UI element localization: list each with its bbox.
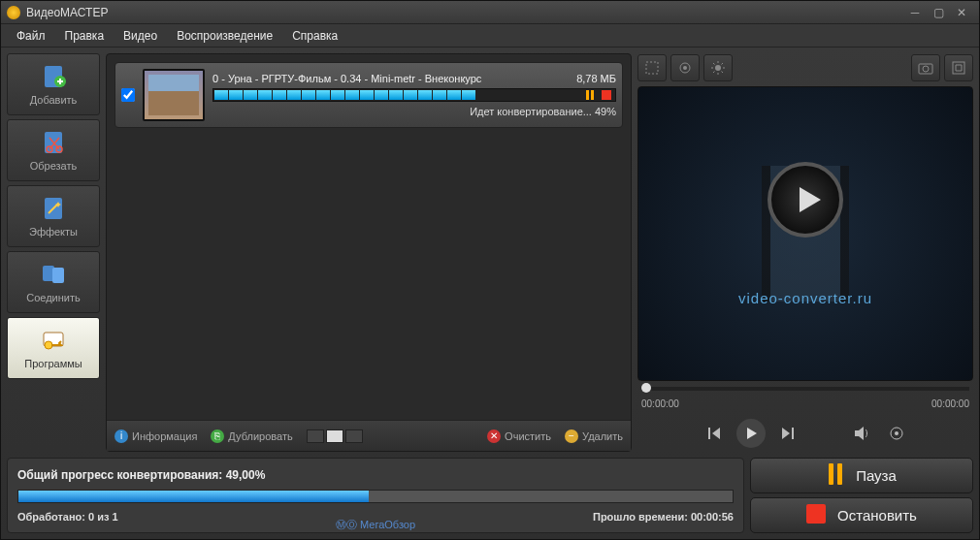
rotate-button[interactable]	[670, 54, 700, 81]
maximize-button[interactable]: ▢	[927, 5, 950, 20]
item-size: 8,78 МБ	[576, 73, 616, 84]
titlebar: ВидеоМАСТЕР ─ ▢ ✕	[1, 1, 979, 24]
watermark: ⓂⓄ МегаОбзор	[336, 518, 415, 532]
close-button[interactable]: ✕	[950, 5, 973, 20]
item-info: 0 - Урна - РГРТУ-Фильм - 0.34 - Mini-met…	[212, 73, 616, 117]
join-icon	[40, 261, 67, 288]
fullscreen-button[interactable]	[944, 54, 973, 81]
sidebar-cut-label: Обрезать	[30, 160, 78, 172]
time-current: 00:00:00	[641, 398, 679, 409]
app-title: ВидеоМАСТЕР	[26, 6, 903, 19]
sidebar-add-label: Добавить	[30, 94, 78, 106]
wand-icon	[40, 195, 67, 222]
svg-rect-12	[602, 90, 611, 100]
sidebar-join-label: Соединить	[26, 292, 81, 303]
delete-button[interactable]: −Удалить	[565, 429, 623, 443]
svg-rect-13	[646, 62, 658, 74]
sidebar-cut[interactable]: Обрезать	[7, 119, 100, 181]
item-stop-icon[interactable]	[599, 88, 614, 102]
prev-button[interactable]	[702, 421, 727, 446]
svg-rect-19	[953, 62, 964, 74]
elapsed-text: Прошло времени: 00:00:56	[593, 511, 734, 523]
sidebar-effects[interactable]: Эффекты	[7, 185, 100, 247]
info-button[interactable]: iИнформация	[114, 429, 197, 443]
processed-text: Обработано: 0 из 1	[17, 511, 118, 523]
list-toolbar: iИнформация ⎘Дублировать ✕Очистить −Удал…	[107, 420, 631, 451]
svg-rect-24	[806, 504, 826, 524]
app-icon	[7, 6, 20, 19]
stop-button[interactable]: Остановить	[750, 497, 973, 533]
view-switch[interactable]	[307, 429, 363, 443]
preview-url: video-converter.ru	[738, 290, 872, 306]
menu-edit[interactable]: Правка	[55, 25, 114, 47]
minimize-button[interactable]: ─	[903, 5, 927, 20]
view-list-icon[interactable]	[307, 429, 324, 443]
timeline-track[interactable]	[641, 387, 969, 391]
main-area: Добавить Обрезать Эффекты Соединить Прог…	[1, 48, 979, 458]
item-filename: 0 - Урна - РГРТУ-Фильм - 0.34 - Mini-met…	[212, 73, 481, 84]
snapshot-button[interactable]	[911, 54, 940, 81]
action-buttons: Пауза Остановить	[750, 458, 973, 533]
sidebar-programs-label: Программы	[24, 358, 82, 369]
item-pause-icon[interactable]	[582, 88, 598, 102]
time-total: 00:00:00	[931, 398, 969, 409]
item-checkbox[interactable]	[121, 88, 135, 102]
duplicate-button[interactable]: ⎘Дублировать	[211, 429, 292, 443]
bottom-bar: Общий прогресс конвертирования: 49,00% О…	[1, 458, 979, 539]
sidebar-add[interactable]: Добавить	[7, 53, 100, 115]
duplicate-icon: ⎘	[211, 429, 224, 443]
file-list: 0 - Урна - РГРТУ-Фильм - 0.34 - Mini-met…	[107, 54, 631, 420]
preview-toolbar	[637, 53, 973, 82]
pause-label: Пауза	[856, 467, 897, 484]
info-icon: i	[114, 429, 128, 443]
timeline-knob[interactable]	[641, 383, 651, 393]
pause-button[interactable]: Пауза	[750, 458, 973, 493]
view-grid-icon[interactable]	[345, 429, 363, 443]
app-window: ВидеоМАСТЕР ─ ▢ ✕ Файл Правка Видео Восп…	[0, 0, 980, 540]
crop-button[interactable]	[637, 54, 667, 81]
pause-icon	[827, 463, 844, 488]
key-icon	[40, 327, 67, 354]
scissors-icon	[40, 129, 67, 156]
clear-button[interactable]: ✕Очистить	[487, 429, 551, 443]
brightness-button[interactable]	[703, 54, 733, 81]
svg-point-15	[683, 66, 687, 70]
menu-playback[interactable]: Воспроизведение	[167, 25, 282, 47]
delete-icon: −	[565, 429, 578, 443]
progress-panel: Общий прогресс конвертирования: 49,00% О…	[7, 458, 744, 533]
clear-icon: ✕	[487, 429, 501, 443]
player-controls	[637, 415, 973, 452]
svg-rect-10	[586, 90, 589, 100]
sidebar-programs[interactable]: Программы	[7, 317, 100, 379]
svg-rect-23	[837, 463, 842, 485]
file-list-panel: 0 - Урна - РГРТУ-Фильм - 0.34 - Mini-met…	[106, 53, 632, 452]
svg-point-21	[895, 431, 898, 435]
settings-button[interactable]	[884, 421, 909, 446]
menubar: Файл Правка Видео Воспроизведение Справк…	[1, 24, 979, 48]
svg-point-9	[45, 341, 52, 349]
svg-rect-11	[591, 90, 594, 100]
add-icon	[40, 63, 67, 90]
play-big-icon	[768, 162, 843, 238]
view-toggle-icon[interactable]	[326, 429, 343, 443]
timeline	[637, 385, 973, 393]
menu-file[interactable]: Файл	[7, 25, 55, 47]
video-preview[interactable]: video-converter.ru	[637, 86, 973, 381]
preview-panel: video-converter.ru 00:00:00 00:00:00	[637, 53, 973, 452]
sidebar-effects-label: Эффекты	[29, 226, 78, 238]
item-progress	[212, 88, 616, 102]
sidebar: Добавить Обрезать Эффекты Соединить Прог…	[7, 53, 100, 452]
item-status: Идет конвертирование... 49%	[212, 106, 616, 117]
progress-label: Общий прогресс конвертирования: 49,00%	[17, 468, 734, 482]
next-button[interactable]	[775, 421, 800, 446]
list-item[interactable]: 0 - Урна - РГРТУ-Фильм - 0.34 - Mini-met…	[114, 62, 623, 128]
item-thumbnail	[143, 69, 205, 121]
volume-button[interactable]	[849, 421, 874, 446]
overall-progress	[17, 490, 734, 503]
play-button[interactable]	[736, 419, 766, 448]
menu-video[interactable]: Видео	[114, 25, 167, 47]
progress-fill	[18, 491, 369, 502]
menu-help[interactable]: Справка	[282, 25, 347, 47]
stop-label: Остановить	[837, 507, 917, 524]
sidebar-join[interactable]: Соединить	[7, 251, 100, 313]
